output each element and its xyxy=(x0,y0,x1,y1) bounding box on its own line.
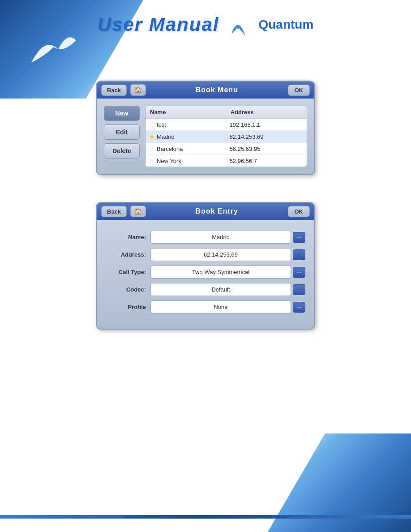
book-menu-back-button[interactable]: Back xyxy=(101,85,127,96)
book-menu-panel: Back 🏠 Book Menu OK New Edit Delete Name xyxy=(96,81,315,175)
delete-button[interactable]: Delete xyxy=(104,143,140,159)
star-icon: ☆ xyxy=(149,157,155,164)
name-label: Name: xyxy=(106,234,146,240)
page-header: User Manual Quantum xyxy=(0,13,411,36)
codec-field[interactable]: Default xyxy=(150,283,291,296)
name-more-button[interactable]: ··· xyxy=(293,232,305,243)
table-cell-address: 62.14.253.69 xyxy=(226,131,307,143)
main-content: Back 🏠 Book Menu OK New Edit Delete Name xyxy=(0,81,411,330)
book-menu-home-button[interactable]: 🏠 xyxy=(130,84,146,96)
book-entry-panel: Back 🏠 Book Entry OK Name: Madrid ··· Ad… xyxy=(96,202,315,330)
profile-row: Profile None ··· xyxy=(106,300,305,313)
star-icon: ☆ xyxy=(149,145,155,152)
book-entry-title: Book Entry xyxy=(146,207,287,215)
book-entry-header: Back 🏠 Book Entry OK xyxy=(97,203,314,220)
book-menu-header: Back 🏠 Book Menu OK xyxy=(97,82,314,99)
logo-text: Quantum xyxy=(258,17,313,32)
address-row: Address: 62.14.253.69 ··· xyxy=(106,248,305,261)
profile-label: Profile xyxy=(106,304,146,310)
new-button[interactable]: New xyxy=(104,106,140,121)
profile-field-container: None ··· xyxy=(150,300,305,313)
logo-name: uantum xyxy=(268,17,313,31)
book-menu-body: New Edit Delete Name Address xyxy=(97,99,314,174)
address-field[interactable]: 62.14.253.69 xyxy=(150,248,291,261)
table-cell-name: ☆ New York xyxy=(146,155,226,167)
book-entry-body: Name: Madrid ··· Address: 62.14.253.69 ·… xyxy=(97,220,314,329)
table-cell-address: 192.168.1.1 xyxy=(226,119,307,131)
star-icon: ★ xyxy=(149,133,155,140)
quantum-logo: Quantum xyxy=(232,13,313,36)
calltype-row: Call Type: Two Way Symmetrical ··· xyxy=(106,266,305,279)
col-address-header: Address xyxy=(226,106,307,119)
footer-bar xyxy=(0,515,411,519)
table-row[interactable]: ★ Madrid 62.14.253.69 xyxy=(146,131,307,143)
table-row[interactable]: ☆ New York 52.96.56.7 xyxy=(146,155,307,167)
book-menu-action-buttons: New Edit Delete xyxy=(104,106,140,167)
logo-letter: Q xyxy=(258,17,268,31)
name-field-container: Madrid ··· xyxy=(150,231,305,244)
book-entry-home-button[interactable]: 🏠 xyxy=(130,206,146,217)
book-menu-layout: New Edit Delete Name Address xyxy=(104,106,307,167)
signal-icon xyxy=(232,13,255,36)
table-cell-address: 56.25.63.95 xyxy=(226,143,307,155)
profile-more-button[interactable]: ··· xyxy=(293,302,305,313)
address-field-container: 62.14.253.69 ··· xyxy=(150,248,305,261)
book-menu-ok-button[interactable]: OK xyxy=(288,85,310,96)
book-entry-form: Name: Madrid ··· Address: 62.14.253.69 ·… xyxy=(104,227,307,322)
table-cell-name: ☆ test xyxy=(146,119,226,131)
entry-name: Madrid xyxy=(157,133,175,140)
book-table: Name Address ☆ test 192.168.1.1 ★ xyxy=(146,106,307,167)
calltype-more-button[interactable]: ··· xyxy=(293,267,305,278)
calltype-field[interactable]: Two Way Symmetrical xyxy=(150,266,291,279)
entry-name: Barcelona xyxy=(157,146,183,152)
address-more-button[interactable]: ··· xyxy=(293,249,305,260)
calltype-field-container: Two Way Symmetrical ··· xyxy=(150,266,305,279)
table-row[interactable]: ☆ Barcelona 56.25.63.95 xyxy=(146,143,307,155)
profile-field[interactable]: None xyxy=(150,300,291,313)
page-title: User Manual xyxy=(98,14,219,35)
entry-name: New York xyxy=(157,158,181,164)
entry-header-left: Back 🏠 xyxy=(101,206,146,217)
header-left-controls: Back 🏠 xyxy=(101,84,146,96)
col-name-header: Name xyxy=(146,106,226,119)
codec-field-container: Default ··· xyxy=(150,283,305,296)
codec-label: Codec: xyxy=(106,286,146,293)
star-icon: ☆ xyxy=(149,121,155,128)
table-cell-name: ☆ Barcelona xyxy=(146,143,226,155)
table-cell-address: 52.96.56.7 xyxy=(226,155,307,167)
book-table-container: Name Address ☆ test 192.168.1.1 ★ xyxy=(145,106,307,167)
entry-name: test xyxy=(157,121,166,128)
book-entry-ok-button[interactable]: OK xyxy=(288,206,310,217)
table-cell-name: ★ Madrid xyxy=(146,131,226,143)
codec-more-button[interactable]: ··· xyxy=(293,284,305,295)
edit-button[interactable]: Edit xyxy=(104,124,140,140)
book-entry-back-button[interactable]: Back xyxy=(101,206,127,217)
table-row[interactable]: ☆ test 192.168.1.1 xyxy=(146,119,307,131)
address-label: Address: xyxy=(106,251,146,258)
name-row: Name: Madrid ··· xyxy=(106,231,305,244)
book-menu-title: Book Menu xyxy=(146,86,287,94)
codec-row: Codec: Default ··· xyxy=(106,283,305,296)
calltype-label: Call Type: xyxy=(106,269,146,275)
name-field[interactable]: Madrid xyxy=(150,231,291,244)
